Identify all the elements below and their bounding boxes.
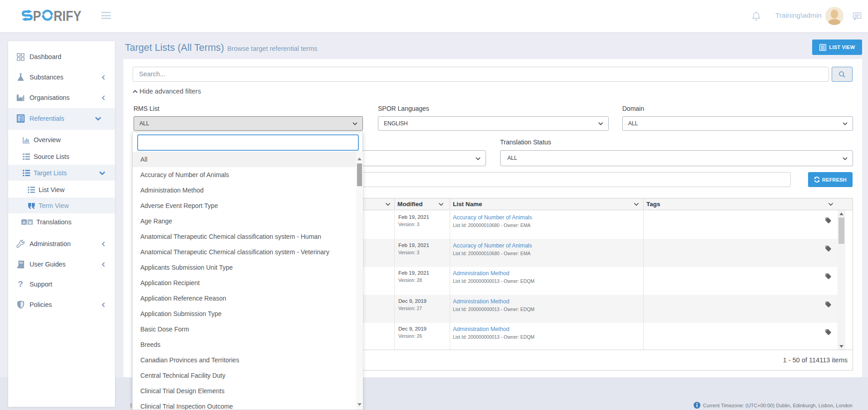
svg-text:P: P (33, 8, 41, 24)
svg-text:A: A (23, 220, 26, 225)
svg-text:RIFY: RIFY (54, 8, 81, 24)
svg-text:★: ★ (28, 220, 32, 225)
